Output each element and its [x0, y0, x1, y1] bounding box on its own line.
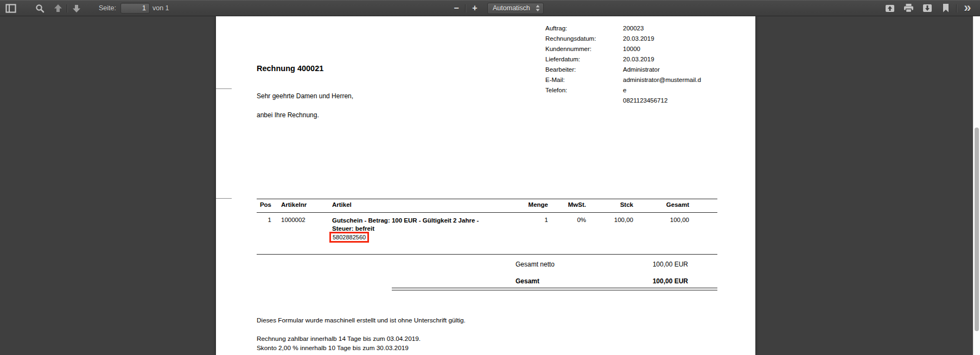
table-rule: [257, 212, 717, 213]
footer-payment-terms: Rechnung zahlbar innerhalb 14 Tage bis z…: [257, 334, 421, 352]
row-stck: 100,00: [579, 217, 633, 223]
col-header-artikel: Artikel: [332, 201, 352, 208]
bookmark-button[interactable]: [940, 1, 952, 15]
minus-icon: −: [454, 4, 459, 12]
col-header-stck: Stck: [579, 201, 633, 208]
artikel-line-2: Steuer: befreit: [332, 225, 519, 233]
voucher-code-highlight: 5802882560: [329, 232, 369, 243]
total-double-rule: [392, 288, 717, 290]
plus-icon: +: [472, 4, 477, 12]
row-menge: 1: [505, 217, 548, 223]
bookmark-icon: [943, 4, 949, 12]
next-page-button[interactable]: [71, 1, 82, 15]
row-artikelnr: 1000002: [281, 217, 306, 223]
toolbar-divider: [956, 4, 957, 12]
page-number-input[interactable]: [120, 3, 150, 14]
col-header-menge: Menge: [505, 201, 548, 208]
previous-page-button[interactable]: [52, 1, 64, 15]
sidebar-toggle-button[interactable]: [4, 1, 17, 15]
footer-validity-note: Dieses Formular wurde maschinell erstell…: [257, 316, 466, 324]
zoom-select-value: Automatisch: [493, 4, 536, 12]
print-button[interactable]: [902, 1, 915, 15]
search-icon: [35, 4, 44, 13]
download-button[interactable]: [921, 1, 933, 15]
total-gross-value: 100,00 EUR: [580, 277, 688, 285]
pdf-page: Rechnung 400021 Sehr geehrte Damen und H…: [216, 16, 755, 355]
more-tools-button[interactable]: »: [962, 1, 973, 15]
row-artikel: Gutschein - Betrag: 100 EUR - Gültigkeit…: [332, 217, 519, 232]
vertical-scrollbar[interactable]: [973, 16, 980, 355]
col-header-artikelnr: Artikelnr: [281, 201, 307, 208]
toolbar-divider: [465, 4, 466, 12]
total-gross-label: Gesamt: [516, 277, 539, 285]
toolbar-left-group: Seite: von 1: [4, 0, 171, 16]
col-header-pos: Pos: [257, 201, 271, 208]
print-icon: [903, 4, 914, 12]
select-arrows-icon: [536, 5, 540, 11]
arrow-up-icon: [54, 4, 62, 12]
col-header-gesamt: Gesamt: [635, 201, 689, 208]
page-label: Seite:: [99, 4, 116, 12]
open-file-button[interactable]: [884, 1, 896, 15]
row-gesamt: 100,00: [635, 217, 689, 223]
row-pos: 1: [257, 217, 271, 223]
viewer-main: Rechnung 400021 Sehr geehrte Damen und H…: [0, 16, 980, 355]
search-button[interactable]: [34, 1, 46, 15]
footer-payment-line: Rechnung zahlbar innerhalb 14 Tage bis z…: [257, 334, 421, 344]
footer-skonto-line: Skonto 2,00 % innerhalb 10 Tage bis zum …: [257, 344, 421, 353]
double-chevron-icon: »: [964, 2, 971, 13]
sidebar-toggle-icon: [5, 4, 16, 13]
invoice-table: Pos Artikelnr Artikel Menge MwSt. Stck G…: [257, 16, 717, 355]
zoom-out-button[interactable]: −: [450, 1, 462, 15]
toolbar-divider: [67, 4, 68, 12]
artikel-line-1: Gutschein - Betrag: 100 EUR - Gültigkeit…: [332, 217, 519, 225]
page-count-label: von 1: [152, 4, 169, 12]
download-icon: [922, 4, 932, 12]
toolbar-center-group: − + Automatisch: [450, 0, 544, 16]
total-netto-value: 100,00 EUR: [580, 261, 688, 268]
zoom-in-button[interactable]: +: [469, 1, 481, 15]
table-rule: [257, 199, 717, 199]
pdf-viewer-toolbar: Seite: von 1 − + Automatisch: [0, 0, 980, 16]
total-netto-label: Gesamt netto: [516, 261, 555, 268]
fold-mark: [216, 88, 232, 89]
zoom-select[interactable]: Automatisch: [487, 3, 544, 14]
open-file-icon: [885, 4, 895, 12]
arrow-down-icon: [72, 4, 81, 12]
scrollbar-thumb[interactable]: [975, 128, 979, 331]
voucher-code: 5802882560: [333, 234, 366, 240]
fold-mark: [216, 198, 232, 199]
toolbar-right-group: »: [884, 0, 973, 16]
table-rule: [257, 254, 717, 255]
